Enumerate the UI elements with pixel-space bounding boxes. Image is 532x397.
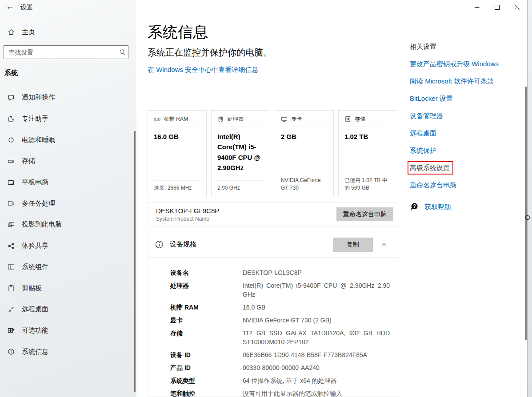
device-specs-table: 设备名 DESKTOP-LGL9C8P 处理器 Intel(R) Core(TM… (148, 257, 399, 397)
maximize-button[interactable] (487, 0, 507, 14)
spec-value: DESKTOP-LGL9C8P (243, 268, 390, 277)
gpu-icon (281, 116, 288, 123)
card-footer: NVIDIA GeForce GT 730 (281, 173, 328, 192)
table-row: 处理器 Intel(R) Core(TM) i5-9400F CPU @ 2.9… (170, 281, 390, 299)
spec-label: 处理器 (170, 281, 243, 299)
link-device-manager[interactable]: 设备管理器 (410, 112, 505, 119)
content-scrollbar[interactable] (525, 87, 527, 340)
sidebar-scrollbar[interactable] (134, 131, 136, 392)
card-footer: 2.90 GHz (217, 180, 264, 192)
sidebar-item-label: 投影到此电脑 (22, 220, 62, 229)
system-components-icon (7, 263, 15, 270)
sidebar-item-label: 通知和操作 (22, 93, 55, 102)
card-value: 2 GB (281, 131, 328, 142)
card-value: Intel(R) Core(TM) i5-9400F CPU @ 2.90GHz (217, 131, 264, 173)
focus-assist-icon (7, 115, 15, 123)
table-row: 系统类型 64 位操作系统, 基于 x64 的处理器 (170, 376, 390, 385)
about-icon (7, 348, 15, 355)
sidebar-item-label: 平板电脑 (22, 178, 48, 187)
link-license-terms[interactable]: 阅读 Microsoft 软件许可条款 (410, 78, 505, 85)
ram-icon (154, 116, 160, 123)
sidebar-item-home[interactable]: 主页 (0, 25, 136, 39)
sidebar-item-label: 多任务处理 (22, 199, 55, 208)
sidebar-item-power-sleep[interactable]: 电源和睡眠 (0, 129, 135, 151)
spec-value: 06E36B66-1D90-4148-B58F-F773B824F85A (243, 350, 390, 359)
table-row: 设备 ID 06E36B66-1D90-4148-B58F-F773B824F8… (170, 350, 390, 359)
sidebar-item-label: 系统组件 (22, 263, 48, 271)
get-help-link[interactable]: 获取帮助 (424, 203, 451, 211)
help-bubble-icon: ? (410, 202, 419, 211)
multitasking-icon (7, 200, 15, 207)
cpu-icon (217, 116, 224, 123)
minimize-button[interactable] (467, 0, 487, 14)
close-button[interactable] (507, 0, 527, 14)
sidebar-item-label: 剪贴板 (22, 284, 42, 293)
sidebar-item-system-components[interactable]: 系统组件 (0, 257, 135, 278)
sidebar-item-storage[interactable]: 存储 (0, 151, 135, 172)
spec-label: 设备 ID (170, 350, 243, 359)
spec-label: 产品 ID (170, 363, 243, 372)
device-name-panel: DESKTOP-LGL9C8P System Product Name 重命名这… (148, 202, 399, 226)
search-box (4, 45, 128, 59)
card-value: 16.0 GB (154, 131, 200, 142)
sidebar-item-multitasking[interactable]: 多任务处理 (0, 193, 135, 214)
sidebar-section-system: 系统 (4, 69, 18, 77)
link-remote-desktop[interactable]: 远程桌面 (410, 130, 505, 137)
related-settings: 相关设置 更改产品密钥或升级 Windows 阅读 Microsoft 软件许可… (410, 43, 505, 211)
table-row: 产品 ID 00330-80000-00000-AA240 (170, 363, 390, 372)
storage-icon (7, 158, 15, 165)
link-advanced-system-settings[interactable]: 高级系统设置 (410, 164, 505, 171)
spec-label: 存储 (170, 329, 243, 346)
svg-text:?: ? (413, 204, 416, 209)
sidebar-item-remote-desktop[interactable]: 远程桌面 (0, 299, 135, 320)
link-system-protection[interactable]: 系统保护 (410, 147, 505, 154)
sidebar-item-notifications[interactable]: 通知和操作 (0, 87, 135, 108)
security-center-link[interactable]: 在 Windows 安全中心中查看详细信息 (148, 66, 258, 74)
collapse-button[interactable] (376, 238, 392, 252)
search-icon[interactable] (116, 49, 128, 56)
projecting-icon (7, 221, 15, 228)
table-row: 存储 112 GB SSD GALAX TA1D0120A, 932 GB HD… (170, 329, 390, 346)
sidebar-item-shared-experiences[interactable]: 体验共享 (0, 235, 135, 257)
sidebar-item-label: 存储 (22, 157, 35, 165)
ram-card: 机带 RAM 16.0 GB 速度: 2666 MHz (148, 110, 207, 197)
get-help-row[interactable]: ? 获取帮助 (410, 202, 505, 211)
sidebar: ← 设置 主页 系统 通知和操作 专注助手 (0, 0, 136, 397)
red-highlight-box: 高级系统设置 (408, 161, 453, 175)
storage-card: 存储 1.02 TB 已使用 1.02 TB 中的 569 GB (338, 110, 397, 197)
link-change-product-key[interactable]: 更改产品密钥或升级 Windows (410, 60, 505, 67)
spec-label: 系统类型 (170, 376, 243, 385)
sidebar-item-label: 体验共享 (22, 242, 48, 250)
sidebar-item-projecting[interactable]: 投影到此电脑 (0, 214, 135, 235)
card-label: 机带 RAM (164, 115, 188, 123)
device-specs-header: 设备规格 复制 (148, 233, 399, 256)
sidebar-item-focus-assist[interactable]: 专注助手 (0, 108, 135, 130)
card-label: 显卡 (291, 115, 302, 123)
sidebar-item-label: 电源和睡眠 (22, 136, 55, 144)
link-bitlocker-settings[interactable]: BitLocker 设置 (410, 95, 505, 102)
sidebar-item-clipboard[interactable]: 剪贴板 (0, 278, 135, 299)
spec-value: 00330-80000-00000-AA240 (243, 363, 390, 372)
card-footer: 速度: 2666 MHz (154, 180, 200, 192)
cpu-card: 处理器 Intel(R) Core(TM) i5-9400F CPU @ 2.9… (211, 110, 270, 197)
sidebar-item-label: 主页 (22, 28, 35, 36)
device-name: DESKTOP-LGL9C8P (156, 207, 219, 214)
sidebar-item-about[interactable]: 系统信息 (0, 341, 135, 362)
tablet-icon (7, 179, 15, 186)
sidebar-item-tablet[interactable]: 平板电脑 (0, 172, 135, 193)
spec-value: 64 位操作系统, 基于 x64 的处理器 (243, 376, 390, 385)
card-label: 存储 (355, 115, 365, 123)
sidebar-item-optional-features[interactable]: 可选功能 (0, 320, 135, 341)
edge-artifact-letter: O (525, 214, 530, 221)
device-product-name: System Product Name (156, 216, 219, 222)
link-rename-this-pc[interactable]: 重命名这台电脑 (410, 182, 505, 189)
power-sleep-icon (7, 136, 15, 143)
back-arrow-icon[interactable]: ← (6, 2, 14, 12)
spec-label: 显卡 (170, 316, 243, 325)
home-icon (7, 28, 15, 36)
copy-button[interactable]: 复制 (333, 238, 373, 252)
search-input[interactable] (4, 49, 116, 56)
rename-pc-button[interactable]: 重命名这台电脑 (336, 207, 393, 221)
page-subtitle: 系统正在监控并保护你的电脑。 (148, 47, 272, 59)
notifications-icon (7, 94, 15, 101)
